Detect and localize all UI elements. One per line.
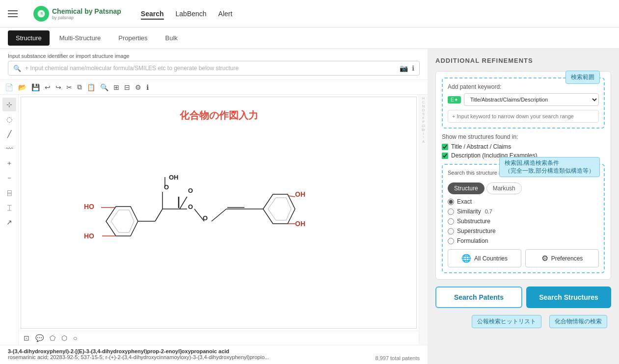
tab-structure-btn[interactable]: Structure [448, 182, 484, 194]
sub-tabs: Structure Multi-Structure Properties Bul… [0, 27, 619, 49]
info2-icon[interactable]: ℹ [145, 82, 150, 92]
info-icon[interactable]: ℹ [412, 64, 414, 72]
preferences-button[interactable]: ⚙ Preferences [525, 249, 599, 267]
checkbox-description-input[interactable] [442, 153, 448, 159]
tab-multi-structure[interactable]: Multi-Structure [52, 30, 109, 46]
svg-text:OH: OH [295, 190, 305, 198]
logo: ⚗ Chemical by Patsnap by patsnap [33, 6, 121, 22]
nav-search[interactable]: Search [141, 8, 164, 20]
svg-text:OH: OH [295, 220, 305, 228]
comment-icon[interactable]: 💬 [34, 333, 45, 343]
bottom-annotations: 公報検索ヒットリスト 化合物情報の検索 [435, 313, 611, 330]
redo-icon[interactable]: ↪ [54, 82, 62, 92]
keyword-row: E✦ Title/Abstract/Claims/Description [448, 93, 599, 106]
checkbox-title-input[interactable] [442, 144, 448, 150]
arrow-tool-icon[interactable]: ↗ [2, 215, 16, 229]
select-tool-icon[interactable]: ⊹ [2, 98, 16, 111]
search-patents-button[interactable]: Search Patents [435, 286, 522, 308]
svg-text:OH: OH [169, 174, 179, 181]
search-input-row[interactable]: 🔍 + Input chemical name/molecular formul… [8, 61, 420, 76]
copy-icon[interactable]: ⧉ [76, 82, 83, 92]
radio-similarity-input[interactable] [448, 208, 454, 215]
ruler-right: H C N O S F P Cl Br I * A [419, 95, 428, 345]
svg-text:HO: HO [84, 203, 94, 210]
svg-text:HO: HO [84, 232, 94, 240]
menu-hamburger[interactable] [8, 10, 18, 17]
tab-bulk[interactable]: Bulk [158, 30, 186, 46]
tab-structure[interactable]: Structure [8, 30, 50, 46]
left-panel: Input substance identifier or import str… [0, 49, 428, 364]
bracket-tool-icon[interactable]: ⌸ [2, 186, 16, 200]
search-structures-button[interactable]: Search Structures [526, 286, 611, 308]
radio-superstructure-input[interactable] [448, 228, 454, 234]
radio-exact-input[interactable] [448, 199, 454, 205]
lasso-tool-icon[interactable]: ◌ [2, 112, 16, 126]
circle-icon[interactable]: ○ [72, 333, 78, 343]
open-icon[interactable]: 📂 [17, 82, 27, 92]
radio-superstructure-label: Superstructure [457, 228, 496, 234]
svg-text:O: O [188, 203, 193, 210]
radio-exact: Exact [448, 198, 599, 205]
search-input[interactable]: + Input chemical name/molecular formula/… [25, 65, 396, 72]
svg-text:⚗: ⚗ [40, 11, 43, 16]
keyword-badge: E✦ [448, 96, 461, 104]
chain-tool-icon[interactable]: 〰 [2, 142, 16, 156]
radio-substructure-label: Substructure [457, 218, 490, 225]
select2-icon[interactable]: ⊡ [23, 333, 30, 343]
search-range-annotation: 検索範囲 [565, 71, 600, 84]
radio-formulation-input[interactable] [448, 238, 454, 244]
new-file-icon[interactable]: 📄 [4, 82, 14, 92]
svg-text:O: O [203, 214, 208, 222]
bond-tool-icon[interactable]: ╱ [2, 127, 16, 141]
right-panel: ADDITIONAL REFINEMENTS Add patent keywor… [428, 49, 619, 364]
toolbar-top: 📄 📂 💾 ↩ ↪ ✂ ⧉ 📋 🔍 ⊞ ⊟ ⚙ ℹ [0, 80, 428, 95]
refinements-title: ADDITIONAL REFINEMENTS [435, 57, 611, 64]
drawing-col: 化合物の作図入力 HO HO [19, 95, 419, 345]
undo-icon[interactable]: ↩ [44, 82, 52, 92]
tab-markush-btn[interactable]: Markush [486, 182, 522, 194]
radio-superstructure: Superstructure [448, 228, 599, 234]
align-icon[interactable]: ⊟ [123, 82, 131, 92]
countries-row: 🌐 All Countries ⚙ Preferences [448, 249, 599, 267]
molecule-ids: rosemarinic acid; 20283-92-5; 537-15-5; … [8, 354, 269, 360]
grid-icon[interactable]: ⊞ [112, 82, 120, 92]
compound-search-annotation: 化合物情報の検索 [549, 315, 607, 328]
tab-properties[interactable]: Properties [110, 30, 155, 46]
radio-formulation-label: Formulation [457, 237, 488, 244]
settings-icon[interactable]: ⚙ [134, 82, 142, 92]
hexagon-icon[interactable]: ⬡ [60, 333, 68, 343]
checkbox-title: Title / Abstract / Claims [442, 143, 605, 150]
toolbar-left: ⊹ ◌ ╱ 〰 ＋ － ⌸ ⌶ ↗ [0, 95, 19, 345]
search-icon: 🔍 [13, 65, 21, 72]
checkbox-title-label: Title / Abstract / Claims [451, 143, 511, 150]
svg-marker-22 [268, 198, 291, 220]
show-me-label: Show me structures found in: [442, 133, 605, 140]
input-label: Input substance identifier or import str… [8, 53, 420, 59]
radio-formulation: Formulation [448, 237, 599, 244]
plus-tool-icon[interactable]: ＋ [2, 156, 16, 170]
radio-substructure: Substructure [448, 218, 599, 225]
preferences-gear-icon: ⚙ [541, 254, 548, 263]
nav-alert[interactable]: Alert [218, 8, 233, 20]
minus-tool-icon[interactable]: － [2, 171, 16, 185]
svg-line-9 [155, 209, 162, 221]
pentagon-icon[interactable]: ⬠ [49, 333, 56, 343]
cut-icon[interactable]: ✂ [65, 82, 73, 92]
keyword-input[interactable] [448, 110, 599, 123]
save-icon[interactable]: 💾 [30, 82, 41, 92]
zoom-icon[interactable]: 🔍 [99, 82, 109, 92]
radio-substructure-input[interactable] [448, 218, 454, 225]
nav-labBench[interactable]: LabBench [176, 8, 207, 20]
input-area: Input substance identifier or import str… [0, 49, 428, 80]
camera-icon[interactable]: 📷 [400, 64, 408, 72]
ring-tool-icon[interactable]: ⌶ [2, 201, 16, 214]
keyword-scope-select[interactable]: Title/Abstract/Claims/Description [464, 93, 599, 106]
svg-text:O: O [188, 187, 193, 194]
molecule-canvas[interactable]: 化合物の作図入力 HO HO [21, 97, 417, 329]
logo-icon: ⚗ [33, 6, 49, 22]
paste-icon[interactable]: 📋 [86, 82, 96, 92]
search-struct-label: Search this structure in: [448, 170, 505, 176]
main-content: Input substance identifier or import str… [0, 49, 619, 364]
countries-button[interactable]: 🌐 All Countries [448, 249, 521, 267]
refinements-box: Add patent keyword: E✦ Title/Abstract/Cl… [435, 71, 611, 280]
